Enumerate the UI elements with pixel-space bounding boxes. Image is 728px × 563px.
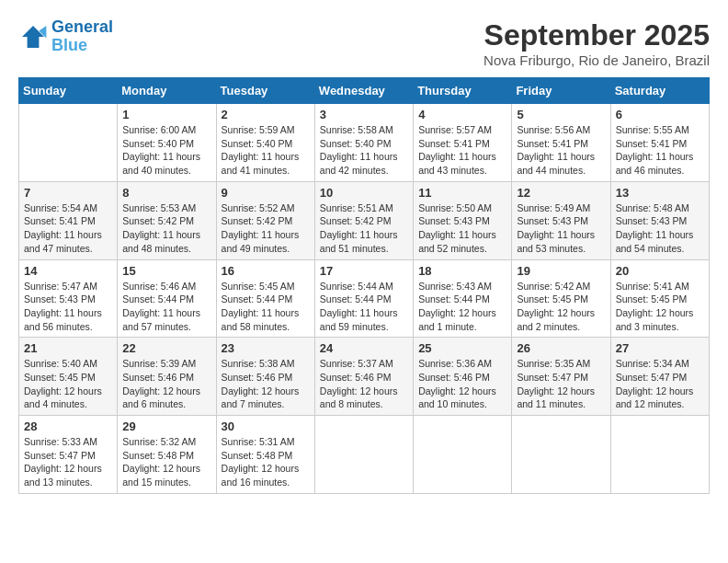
calendar-cell: 7Sunrise: 5:54 AMSunset: 5:41 PMDaylight… <box>19 181 118 259</box>
day-number: 10 <box>320 186 408 200</box>
day-info: Sunrise: 5:56 AMSunset: 5:41 PMDaylight:… <box>517 123 605 178</box>
day-info: Sunrise: 5:36 AMSunset: 5:46 PMDaylight:… <box>418 357 506 411</box>
day-number: 21 <box>24 341 112 355</box>
calendar-cell: 16Sunrise: 5:45 AMSunset: 5:44 PMDayligh… <box>216 259 314 338</box>
calendar-cell: 30Sunrise: 5:31 AMSunset: 5:48 PMDayligh… <box>216 416 314 494</box>
day-info: Sunrise: 5:42 AMSunset: 5:45 PMDaylight:… <box>517 280 605 334</box>
calendar-cell: 23Sunrise: 5:38 AMSunset: 5:46 PMDayligh… <box>216 338 314 416</box>
calendar-cell: 29Sunrise: 5:32 AMSunset: 5:48 PMDayligh… <box>118 416 216 494</box>
calendar-cell: 14Sunrise: 5:47 AMSunset: 5:43 PMDayligh… <box>19 259 118 338</box>
month-title: September 2025 <box>483 18 710 52</box>
day-number: 23 <box>222 341 310 355</box>
day-info: Sunrise: 5:46 AMSunset: 5:44 PMDaylight:… <box>122 280 210 334</box>
calendar-table: SundayMondayTuesdayWednesdayThursdayFrid… <box>18 77 710 494</box>
day-info: Sunrise: 5:34 AMSunset: 5:47 PMDaylight:… <box>616 357 704 411</box>
svg-marker-0 <box>22 26 44 48</box>
day-info: Sunrise: 5:59 AMSunset: 5:40 PMDaylight:… <box>222 123 310 178</box>
calendar-cell: 22Sunrise: 5:39 AMSunset: 5:46 PMDayligh… <box>118 338 216 416</box>
day-number: 16 <box>222 264 310 278</box>
calendar-cell: 24Sunrise: 5:37 AMSunset: 5:46 PMDayligh… <box>314 338 413 416</box>
day-number: 9 <box>222 186 310 200</box>
day-info: Sunrise: 5:54 AMSunset: 5:41 PMDaylight:… <box>24 201 112 256</box>
weekday-header-row: SundayMondayTuesdayWednesdayThursdayFrid… <box>19 78 710 104</box>
day-info: Sunrise: 5:47 AMSunset: 5:43 PMDaylight:… <box>24 280 112 334</box>
calendar-cell: 9Sunrise: 5:52 AMSunset: 5:42 PMDaylight… <box>216 181 314 259</box>
day-number: 4 <box>418 108 506 121</box>
calendar-cell: 27Sunrise: 5:34 AMSunset: 5:47 PMDayligh… <box>610 338 709 416</box>
day-number: 1 <box>122 108 210 121</box>
calendar-cell: 5Sunrise: 5:56 AMSunset: 5:41 PMDaylight… <box>512 104 610 182</box>
calendar-cell: 12Sunrise: 5:49 AMSunset: 5:43 PMDayligh… <box>512 181 610 259</box>
day-info: Sunrise: 5:51 AMSunset: 5:42 PMDaylight:… <box>320 201 408 256</box>
day-info: Sunrise: 5:33 AMSunset: 5:47 PMDaylight:… <box>24 435 112 489</box>
day-number: 12 <box>517 186 605 200</box>
day-number: 2 <box>222 108 310 121</box>
calendar-cell: 26Sunrise: 5:35 AMSunset: 5:47 PMDayligh… <box>512 338 610 416</box>
day-number: 7 <box>24 186 112 200</box>
day-info: Sunrise: 5:49 AMSunset: 5:43 PMDaylight:… <box>517 201 605 256</box>
day-number: 26 <box>517 341 605 355</box>
calendar-cell <box>314 416 413 494</box>
day-number: 14 <box>24 264 112 278</box>
day-number: 29 <box>122 419 210 433</box>
day-info: Sunrise: 5:31 AMSunset: 5:48 PMDaylight:… <box>222 435 310 489</box>
day-info: Sunrise: 5:40 AMSunset: 5:45 PMDaylight:… <box>24 357 112 411</box>
day-info: Sunrise: 5:32 AMSunset: 5:48 PMDaylight:… <box>122 435 210 489</box>
day-info: Sunrise: 5:39 AMSunset: 5:46 PMDaylight:… <box>122 357 210 411</box>
day-info: Sunrise: 5:52 AMSunset: 5:42 PMDaylight:… <box>222 201 310 256</box>
logo-text: General Blue <box>51 18 113 55</box>
day-number: 27 <box>616 341 704 355</box>
calendar-week-row: 1Sunrise: 6:00 AMSunset: 5:40 PMDaylight… <box>19 104 710 182</box>
calendar-cell: 21Sunrise: 5:40 AMSunset: 5:45 PMDayligh… <box>19 338 118 416</box>
day-info: Sunrise: 5:50 AMSunset: 5:43 PMDaylight:… <box>418 201 506 256</box>
logo-icon <box>18 22 48 52</box>
day-info: Sunrise: 5:57 AMSunset: 5:41 PMDaylight:… <box>418 123 506 178</box>
day-number: 13 <box>616 186 704 200</box>
calendar-week-row: 21Sunrise: 5:40 AMSunset: 5:45 PMDayligh… <box>19 338 710 416</box>
calendar-week-row: 14Sunrise: 5:47 AMSunset: 5:43 PMDayligh… <box>19 259 710 338</box>
calendar-cell: 28Sunrise: 5:33 AMSunset: 5:47 PMDayligh… <box>19 416 118 494</box>
day-info: Sunrise: 5:38 AMSunset: 5:46 PMDaylight:… <box>222 357 310 411</box>
day-info: Sunrise: 6:00 AMSunset: 5:40 PMDaylight:… <box>122 123 210 178</box>
day-number: 28 <box>24 419 112 433</box>
day-number: 25 <box>418 341 506 355</box>
calendar-week-row: 7Sunrise: 5:54 AMSunset: 5:41 PMDaylight… <box>19 181 710 259</box>
calendar-cell: 4Sunrise: 5:57 AMSunset: 5:41 PMDaylight… <box>414 104 512 182</box>
calendar-cell <box>610 416 709 494</box>
calendar-cell: 6Sunrise: 5:55 AMSunset: 5:41 PMDaylight… <box>610 104 709 182</box>
logo: General Blue <box>18 18 113 55</box>
calendar-cell: 18Sunrise: 5:43 AMSunset: 5:44 PMDayligh… <box>414 259 512 338</box>
day-info: Sunrise: 5:44 AMSunset: 5:44 PMDaylight:… <box>320 280 408 334</box>
day-info: Sunrise: 5:48 AMSunset: 5:43 PMDaylight:… <box>616 201 704 256</box>
day-number: 6 <box>616 108 704 121</box>
day-info: Sunrise: 5:43 AMSunset: 5:44 PMDaylight:… <box>418 280 506 334</box>
title-area: September 2025 Nova Friburgo, Rio de Jan… <box>483 18 710 68</box>
page-header: General Blue September 2025 Nova Friburg… <box>18 18 710 68</box>
location: Nova Friburgo, Rio de Janeiro, Brazil <box>483 52 710 68</box>
day-info: Sunrise: 5:45 AMSunset: 5:44 PMDaylight:… <box>222 280 310 334</box>
calendar-cell: 11Sunrise: 5:50 AMSunset: 5:43 PMDayligh… <box>414 181 512 259</box>
day-info: Sunrise: 5:41 AMSunset: 5:45 PMDaylight:… <box>616 280 704 334</box>
day-number: 18 <box>418 264 506 278</box>
calendar-cell: 19Sunrise: 5:42 AMSunset: 5:45 PMDayligh… <box>512 259 610 338</box>
day-number: 30 <box>222 419 310 433</box>
day-info: Sunrise: 5:35 AMSunset: 5:47 PMDaylight:… <box>517 357 605 411</box>
calendar-week-row: 28Sunrise: 5:33 AMSunset: 5:47 PMDayligh… <box>19 416 710 494</box>
day-number: 24 <box>320 341 408 355</box>
day-number: 17 <box>320 264 408 278</box>
day-number: 15 <box>122 264 210 278</box>
day-number: 5 <box>517 108 605 121</box>
day-number: 20 <box>616 264 704 278</box>
weekday-header: Saturday <box>610 78 709 104</box>
calendar-cell: 20Sunrise: 5:41 AMSunset: 5:45 PMDayligh… <box>610 259 709 338</box>
day-number: 11 <box>418 186 506 200</box>
weekday-header: Sunday <box>19 78 118 104</box>
calendar-cell: 10Sunrise: 5:51 AMSunset: 5:42 PMDayligh… <box>314 181 413 259</box>
weekday-header: Friday <box>512 78 610 104</box>
calendar-cell: 25Sunrise: 5:36 AMSunset: 5:46 PMDayligh… <box>414 338 512 416</box>
day-info: Sunrise: 5:37 AMSunset: 5:46 PMDaylight:… <box>320 357 408 411</box>
weekday-header: Monday <box>118 78 216 104</box>
day-number: 3 <box>320 108 408 121</box>
day-info: Sunrise: 5:53 AMSunset: 5:42 PMDaylight:… <box>122 201 210 256</box>
day-number: 19 <box>517 264 605 278</box>
